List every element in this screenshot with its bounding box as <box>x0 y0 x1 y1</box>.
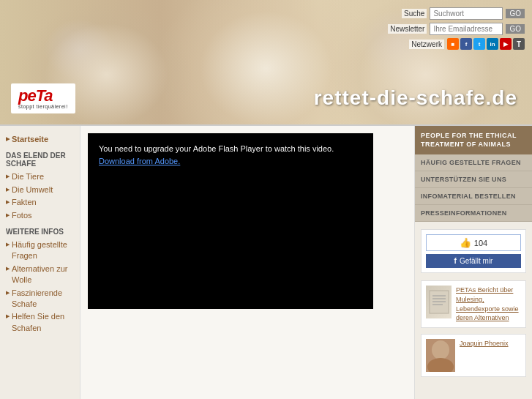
search-input[interactable] <box>430 7 503 20</box>
right-sidebar-header: PEOPLE FOR THE ETHICAL TREATMENT OF ANIM… <box>415 126 532 154</box>
right-menu-faq[interactable]: HÄUFIG GESTELLTE FRAGEN <box>415 154 532 171</box>
network-label: Netzwerk <box>409 40 444 49</box>
rss-icon[interactable]: ■ <box>447 38 459 50</box>
newsletter-row: Newsletter GO <box>388 23 525 35</box>
sidebar-item-die-umwelt[interactable]: Die Umwelt <box>6 184 74 196</box>
sidebar-item-startseite[interactable]: Startseite <box>6 133 74 146</box>
sidebar-item-alternativen[interactable]: Alternativen zur Wolle <box>6 263 74 287</box>
fb-like-count-box: 👍 104 <box>426 234 521 251</box>
report-image-2 <box>426 339 455 372</box>
report-text-1: PETAs Bericht über Mulesing, Lebendexpor… <box>456 286 521 322</box>
search-row: Suche GO <box>402 7 525 20</box>
report-link-1[interactable]: PETAs Bericht über Mulesing, Lebendexpor… <box>456 286 519 321</box>
top-bar: Suche GO Newsletter GO Netzwerk ■ f t in… <box>388 7 525 50</box>
video-upgrade-message: You need to upgrade your Adobe Flash Pla… <box>99 144 334 153</box>
peta-sub-text: stoppt tierquälerei! <box>18 104 68 109</box>
left-sidebar: Startseite DAS ELEND DER SCHAFE Die Tier… <box>0 126 80 399</box>
linkedin-icon[interactable]: in <box>487 38 498 50</box>
sidebar-item-fotos[interactable]: Fotos <box>6 209 74 222</box>
social-icons: ■ f t in ▶ T <box>447 38 525 50</box>
right-menu-unterstutzen[interactable]: UNTERSTÜTZEN SIE UNS <box>415 171 532 188</box>
sidebar-section-weitere-infos: WEITERE INFOS <box>6 228 74 236</box>
newsletter-input[interactable] <box>430 23 503 35</box>
right-menu-infomaterial[interactable]: INFOMATERIAL BESTELLEN <box>415 188 532 205</box>
newsletter-go-button[interactable]: GO <box>506 24 525 34</box>
report-box-2: Joaquin Phoenix <box>421 334 526 377</box>
peta-brand-text: peTa <box>18 88 68 104</box>
page-header: Suche GO Newsletter GO Netzwerk ■ f t in… <box>0 0 532 124</box>
twitter-icon[interactable]: t <box>473 38 485 50</box>
report-image-1 <box>426 286 452 318</box>
newsletter-label: Newsletter <box>388 24 427 34</box>
sidebar-item-faq[interactable]: Häufig gestellte Fragen <box>6 239 74 263</box>
report-text-2: Joaquin Phoenix <box>460 339 509 372</box>
right-menu-presse[interactable]: PRESSEINFORMATIONEN <box>415 205 532 222</box>
fb-like-button[interactable]: f Gefällt mir <box>426 254 521 268</box>
fb-like-label: Gefällt mir <box>460 257 493 265</box>
sidebar-item-faszinierende[interactable]: Faszinierende Schafe <box>6 287 74 311</box>
fb-count-number: 104 <box>474 239 487 247</box>
report-box-1: PETAs Bericht über Mulesing, Lebendexpor… <box>421 280 526 327</box>
sidebar-item-fakten[interactable]: Fakten <box>6 196 74 209</box>
site-title: rettet-die-schafe.de <box>314 86 517 110</box>
fb-icon: f <box>454 257 457 265</box>
network-row: Netzwerk ■ f t in ▶ T <box>409 38 525 50</box>
sidebar-item-helfen[interactable]: Helfen Sie den Schafen <box>6 310 74 335</box>
report-link-2[interactable]: Joaquin Phoenix <box>460 340 509 347</box>
tumblr-icon[interactable]: T <box>513 38 525 50</box>
video-container: You need to upgrade your Adobe Flash Pla… <box>88 133 373 309</box>
facebook-icon[interactable]: f <box>460 38 472 50</box>
main-content-area: You need to upgrade your Adobe Flash Pla… <box>80 126 415 399</box>
svg-point-6 <box>432 340 449 359</box>
right-sidebar: PEOPLE FOR THE ETHICAL TREATMENT OF ANIM… <box>415 126 532 399</box>
video-download-link[interactable]: Download from Adobe. <box>99 157 180 165</box>
search-label: Suche <box>402 9 427 18</box>
main-content: Startseite DAS ELEND DER SCHAFE Die Tier… <box>0 124 532 399</box>
sidebar-section-das-elend: DAS ELEND DER SCHAFE <box>6 152 74 168</box>
fb-thumb-icon: 👍 <box>460 237 471 248</box>
sidebar-item-die-tiere[interactable]: Die Tiere <box>6 171 74 183</box>
facebook-box: 👍 104 f Gefällt mir <box>421 229 526 273</box>
report-image-placeholder <box>426 286 452 318</box>
peta-logo: peTa stoppt tierquälerei! <box>11 83 75 113</box>
youtube-icon[interactable]: ▶ <box>500 38 512 50</box>
search-go-button[interactable]: GO <box>506 9 525 18</box>
